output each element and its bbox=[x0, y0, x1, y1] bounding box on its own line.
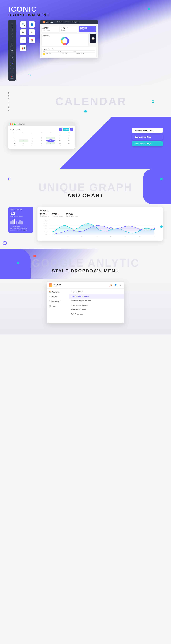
cal-cell[interactable]: 28 bbox=[37, 145, 46, 147]
cal-today-btn[interactable]: Day/Wk/Mo bbox=[63, 128, 69, 131]
cal-cell[interactable]: 20 bbox=[28, 142, 37, 144]
sidebar-item-blog[interactable]: 💬 Blog bbox=[47, 304, 69, 308]
sidebar-item-management[interactable]: ⚙ Management bbox=[47, 299, 69, 304]
iconic-title-line2: DROPDOWN MENU bbox=[8, 13, 163, 17]
content-label-0: Bootstrap 4 Stable bbox=[71, 291, 84, 293]
cal-cell[interactable]: 16 bbox=[55, 140, 64, 142]
grid-icon-table[interactable]: ⊞ bbox=[20, 29, 26, 36]
cal-cell[interactable]: 8 bbox=[46, 137, 55, 139]
col-email: Email bbox=[74, 51, 95, 52]
decorative-dot-cal bbox=[140, 164, 143, 166]
tab-user[interactable]: 👤 bbox=[114, 283, 118, 287]
cal-cell[interactable]: 10 bbox=[65, 137, 73, 139]
cal-cell[interactable]: 12 bbox=[19, 140, 28, 142]
sidebar-item-reports[interactable]: 🖥 Reports bbox=[47, 294, 69, 299]
svg-point-36 bbox=[109, 228, 112, 229]
donut-hole bbox=[62, 38, 67, 43]
cal-cell[interactable]: 31 bbox=[65, 145, 73, 147]
nav-management[interactable]: Management bbox=[72, 21, 79, 23]
sales-stats: $120 ↑ TODAY'S SALES $740 ↑ THIS WEEK SA… bbox=[40, 213, 160, 217]
graph-line1: UNIQUE GRAPH bbox=[8, 182, 163, 192]
cal-cell[interactable]: 9 bbox=[55, 137, 64, 139]
table-header-row: Name Phone Email bbox=[43, 50, 95, 52]
grid-icon-star[interactable]: ✦ bbox=[29, 29, 35, 36]
cal-cell[interactable]: 4 bbox=[10, 137, 19, 139]
cal-header: MARCH 2018 ‹ Day/Wk/Mo › bbox=[10, 128, 73, 131]
cal-cell[interactable]: 29 bbox=[46, 145, 55, 147]
sidebar-icon-5[interactable]: ⊟ bbox=[10, 68, 14, 72]
cal-grid-header: Sun Mon Tue Wed Thu Fri Sat bbox=[10, 132, 73, 134]
cal-cell[interactable]: 15 bbox=[46, 140, 55, 142]
content-item-1[interactable]: DashLab Modern Admin › bbox=[69, 294, 124, 298]
content-item-3[interactable]: Developer Friendly Code bbox=[69, 303, 124, 308]
reports-label: Reports bbox=[52, 296, 57, 298]
cal-cell[interactable]: 5 bbox=[19, 137, 28, 139]
cal-body: MARCH 2018 ‹ Day/Wk/Mo › Sun Mon Tue Wed… bbox=[8, 126, 75, 149]
svg-text:60: 60 bbox=[45, 231, 47, 232]
management-label: Management bbox=[52, 300, 60, 302]
cal-next-btn[interactable]: › bbox=[70, 128, 73, 131]
cal-cell[interactable]: 21 bbox=[37, 142, 46, 144]
tab-home[interactable]: 🏠 bbox=[109, 283, 113, 287]
stat-trend-2: ↑ bbox=[61, 29, 77, 30]
cal-cell[interactable]: 26 bbox=[19, 145, 28, 147]
nav-reports[interactable]: Reports bbox=[65, 21, 70, 23]
content-item-4[interactable]: SASS and GULP Task bbox=[69, 308, 124, 312]
graph-line2: AND CHART bbox=[8, 192, 163, 198]
cal-cell[interactable]: 11 bbox=[10, 140, 19, 142]
event-card-1[interactable]: Vectorlab Monthly Meeting bbox=[132, 128, 163, 133]
content-label-5: Fully Responsive bbox=[71, 313, 83, 315]
cal-cell[interactable]: 14 bbox=[37, 140, 46, 142]
nav-application[interactable]: Application bbox=[57, 21, 63, 23]
cal-cell[interactable]: 18 bbox=[10, 142, 19, 144]
cal-cell[interactable]: 23 bbox=[55, 142, 64, 144]
cal-cell[interactable]: 19 bbox=[19, 142, 28, 144]
tab-settings[interactable]: ⚙ bbox=[118, 283, 122, 287]
cal-cell[interactable]: 13 bbox=[28, 140, 37, 142]
grid-icon-branch[interactable]: ⑂ bbox=[20, 37, 26, 43]
cal-cell[interactable]: 2 bbox=[55, 134, 64, 136]
cal-cell[interactable]: 25 bbox=[10, 145, 19, 147]
svg-text:C: C bbox=[81, 236, 83, 237]
win-btn-close[interactable] bbox=[10, 124, 11, 125]
sidebar-icon-4[interactable]: ✻ bbox=[10, 62, 14, 66]
cal-cell[interactable]: 22 bbox=[46, 142, 55, 144]
cal-cell[interactable]: 3 bbox=[65, 134, 73, 136]
event-card-2[interactable]: DashLab Launching bbox=[132, 134, 163, 140]
content-item-5[interactable]: Fully Responsive bbox=[69, 312, 124, 316]
content-item-0[interactable]: Bootstrap 4 Stable bbox=[69, 290, 124, 294]
dropdown-sidebar: 🏠 Application › 🖥 Reports ⚙ Management 💬… bbox=[47, 288, 69, 317]
svg-text:A: A bbox=[52, 236, 54, 237]
svg-text:120: 120 bbox=[44, 222, 47, 224]
cal-cell[interactable]: 17 bbox=[65, 140, 73, 142]
sidebar-item-application[interactable]: 🏠 Application › bbox=[47, 290, 69, 294]
grid-icon-search[interactable]: 🔍 bbox=[20, 21, 26, 28]
cal-cell[interactable]: 27 bbox=[28, 145, 37, 147]
grid-icon-megaphone[interactable]: 📢 bbox=[20, 45, 26, 51]
cal-cell[interactable]: 6 bbox=[28, 137, 37, 139]
stat-val-1: 4.07.034 bbox=[43, 27, 58, 29]
sales-menu-icon[interactable]: ··· bbox=[159, 209, 160, 212]
cal-cell[interactable]: 24 bbox=[65, 142, 73, 144]
win-btn-minimize[interactable] bbox=[12, 124, 13, 125]
today-arrow: ↑ bbox=[46, 214, 47, 216]
sidebar-icon-6[interactable]: 📢 bbox=[10, 75, 14, 78]
event-card-3[interactable]: Requirement Analysis bbox=[132, 141, 163, 146]
cal-cell[interactable]: 1 bbox=[46, 134, 55, 136]
donut-chart bbox=[61, 37, 69, 45]
sidebar-icon-2[interactable]: ☰ bbox=[10, 49, 14, 53]
sidebar-icon-3[interactable]: ✦ bbox=[10, 56, 14, 60]
cal-cell[interactable]: 7 bbox=[37, 137, 46, 139]
grid-icon-user[interactable]: 👤 bbox=[29, 21, 35, 28]
sidebar-icon-1[interactable]: ⊞ bbox=[10, 43, 14, 47]
grid-icon-calendar[interactable]: 📅 bbox=[29, 37, 35, 43]
top-pages-label: Top active pages bbox=[11, 226, 31, 227]
cal-prev-btn[interactable]: ‹ bbox=[59, 128, 62, 131]
event-title-1: Vectorlab Monthly Meeting bbox=[135, 130, 156, 131]
win-btn-maximize[interactable] bbox=[14, 124, 16, 125]
cal-cell[interactable]: 30 bbox=[55, 145, 64, 147]
cal-nav-btns: ‹ Day/Wk/Mo › bbox=[59, 128, 73, 131]
content-label-1: DashLab Modern Admin bbox=[71, 296, 89, 297]
content-item-2[interactable]: Awesome Widgets Collection bbox=[69, 298, 124, 303]
dropdown-tabs: 🏠 👤 ⚙ bbox=[109, 283, 122, 287]
